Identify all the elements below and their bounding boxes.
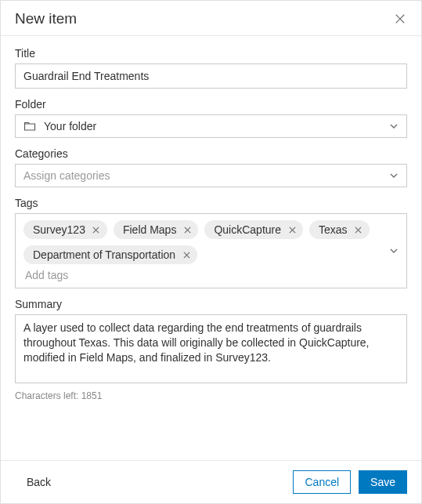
tags-label: Tags [15,197,407,209]
tag-chip: Texas [309,220,370,239]
chevron-down-icon [389,246,399,256]
tag-label: Field Maps [123,223,176,236]
add-tags-input[interactable] [23,264,399,285]
tag-label: Department of Transportation [33,248,175,261]
dialog-footer: Back Cancel Save [1,460,421,503]
tag-label: QuickCapture [214,223,281,236]
summary-textarea[interactable] [15,314,407,383]
tag-label: Survey123 [33,223,85,236]
chevron-down-icon [389,121,399,131]
tag-chip: Survey123 [23,220,107,239]
tag-remove-icon[interactable] [354,225,363,234]
folder-select[interactable]: Your folder [15,114,407,138]
folder-label: Folder [15,98,407,111]
folder-icon [23,120,36,132]
categories-select[interactable]: Assign categories [15,164,407,187]
categories-placeholder: Assign categories [23,169,381,182]
tag-chip: Department of Transportation [23,245,197,264]
back-button[interactable]: Back [15,470,63,494]
tag-label: Texas [319,223,348,236]
tag-remove-icon[interactable] [182,225,192,234]
characters-left: Characters left: 1851 [15,390,407,401]
dialog-body: Title Folder Your folder Categories Assi… [1,36,421,460]
title-input[interactable] [15,63,407,89]
close-button[interactable] [393,12,407,26]
cancel-button[interactable]: Cancel [293,470,351,494]
tag-chip: QuickCapture [204,220,303,239]
dialog-title: New item [15,10,77,27]
save-button[interactable]: Save [359,470,407,494]
categories-label: Categories [15,147,407,160]
tag-remove-icon[interactable] [287,225,297,234]
tags-input-container[interactable]: Survey123Field MapsQuickCaptureTexasDepa… [15,213,407,288]
tag-remove-icon[interactable] [92,225,101,234]
tag-remove-icon[interactable] [182,250,191,259]
chevron-down-icon [389,171,399,180]
folder-value: Your folder [44,120,381,132]
title-label: Title [15,47,407,60]
summary-label: Summary [15,298,407,310]
tag-chip: Field Maps [114,220,198,239]
dialog-header: New item [1,1,421,36]
